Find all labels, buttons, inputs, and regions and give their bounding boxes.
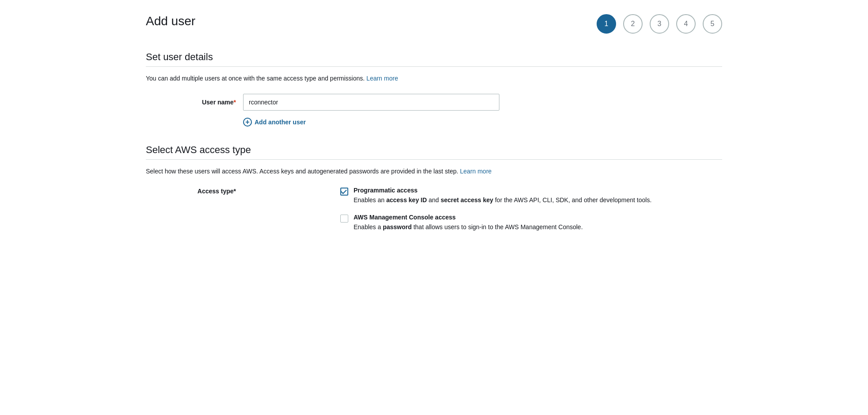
access-required-asterisk: *	[234, 188, 236, 195]
page-title: Add user	[146, 14, 195, 28]
add-another-user-button[interactable]: + Add another user	[243, 118, 306, 127]
stepper: 1 2 3 4 5	[597, 14, 722, 34]
step-5[interactable]: 5	[703, 14, 722, 34]
page-container: Add user 1 2 3 4 5 Set user details You …	[125, 0, 743, 273]
step-2[interactable]: 2	[623, 14, 643, 34]
access-type-divider	[146, 159, 722, 160]
step-4[interactable]: 4	[676, 14, 696, 34]
programmatic-access-option: Programmatic access Enables an access ke…	[340, 187, 651, 205]
set-user-details-title: Set user details	[146, 51, 722, 63]
user-name-label: User name*	[146, 99, 243, 106]
programmatic-access-description: Enables an access key ID and secret acce…	[354, 196, 651, 205]
programmatic-access-content: Programmatic access Enables an access ke…	[354, 187, 651, 205]
select-access-type-section: Select AWS access type Select how these …	[146, 144, 722, 241]
console-access-option: AWS Management Console access Enables a …	[340, 214, 651, 232]
step-1[interactable]: 1	[597, 14, 616, 34]
console-access-content: AWS Management Console access Enables a …	[354, 214, 651, 232]
set-user-details-description: You can add multiple users at once with …	[146, 74, 722, 83]
add-another-user-row: + Add another user	[243, 118, 722, 127]
page-header: Add user 1 2 3 4 5	[146, 14, 722, 34]
set-user-details-section: Set user details You can add multiple us…	[146, 51, 722, 127]
user-name-input[interactable]	[243, 94, 499, 111]
access-type-learn-more[interactable]: Learn more	[460, 168, 492, 175]
required-asterisk: *	[234, 99, 236, 106]
set-user-details-learn-more[interactable]: Learn more	[366, 75, 398, 82]
programmatic-access-title: Programmatic access	[354, 187, 651, 194]
console-access-title: AWS Management Console access	[354, 214, 651, 221]
add-another-user-label: Add another user	[255, 119, 306, 126]
access-options: Programmatic access Enables an access ke…	[340, 187, 651, 241]
access-type-description: Select how these users will access AWS. …	[146, 167, 722, 176]
programmatic-access-checkbox[interactable]	[340, 188, 348, 196]
step-3[interactable]: 3	[650, 14, 669, 34]
user-name-row: User name*	[146, 94, 722, 111]
plus-icon: +	[243, 118, 252, 127]
access-type-row: Access type* Programmatic access Enables…	[146, 187, 722, 241]
access-type-label: Access type*	[146, 187, 243, 195]
section-divider	[146, 66, 722, 67]
select-access-type-title: Select AWS access type	[146, 144, 722, 156]
console-access-description: Enables a password that allows users to …	[354, 223, 651, 232]
console-access-checkbox[interactable]	[340, 215, 348, 223]
